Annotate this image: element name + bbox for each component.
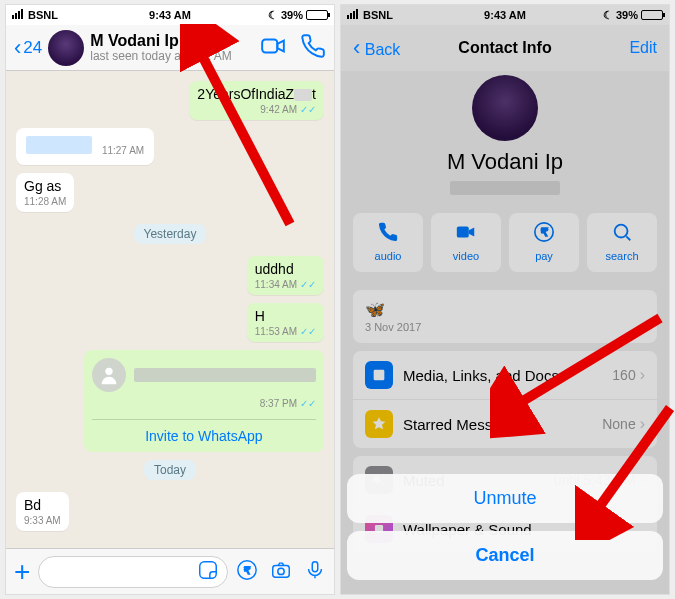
chevron-left-icon: ‹ xyxy=(353,35,360,60)
svg-rect-5 xyxy=(273,565,290,577)
annotation-arrow xyxy=(575,400,675,540)
svg-point-6 xyxy=(278,568,284,574)
read-ticks-icon: ✓✓ xyxy=(300,279,316,290)
svg-point-1 xyxy=(105,368,112,375)
message-in[interactable]: Bd 9:33 AM xyxy=(16,492,69,531)
payment-icon[interactable]: ₹ xyxy=(236,559,258,585)
back-button[interactable]: ‹ Back xyxy=(353,37,400,59)
attach-button[interactable]: + xyxy=(14,556,30,588)
message-input[interactable] xyxy=(38,556,228,588)
battery-icon xyxy=(306,10,328,20)
shared-contact-avatar xyxy=(92,358,126,392)
clock: 9:43 AM xyxy=(6,9,334,21)
date-separator: Today xyxy=(144,460,196,480)
camera-icon[interactable] xyxy=(270,559,292,585)
redacted xyxy=(134,368,316,382)
message-in[interactable]: 11:27 AM xyxy=(16,128,154,165)
annotation-arrow xyxy=(180,24,310,244)
message-out[interactable]: H 11:53 AM✓✓ xyxy=(247,303,324,342)
contact-avatar[interactable] xyxy=(48,30,84,66)
contact-share-card[interactable]: 8:37 PM✓✓ Invite to WhatsApp xyxy=(84,350,324,452)
back-button[interactable]: ‹ 24 xyxy=(14,37,42,59)
message-out[interactable]: uddhd 11:34 AM✓✓ xyxy=(247,256,324,295)
svg-rect-2 xyxy=(200,561,217,578)
read-ticks-icon: ✓✓ xyxy=(300,326,316,337)
back-count: 24 xyxy=(23,38,42,58)
mic-icon[interactable] xyxy=(304,559,326,585)
read-ticks-icon: ✓✓ xyxy=(300,398,316,409)
sticker-icon[interactable] xyxy=(197,559,219,585)
message-in[interactable]: Gg as 11:28 AM xyxy=(16,173,74,212)
svg-rect-7 xyxy=(312,561,318,571)
invite-to-whatsapp-button[interactable]: Invite to WhatsApp xyxy=(92,419,316,444)
edit-button[interactable]: Edit xyxy=(629,39,657,57)
message-composer: + ₹ xyxy=(6,548,334,594)
svg-text:₹: ₹ xyxy=(244,564,250,575)
redacted xyxy=(26,136,92,154)
status-bar: BSNL 9:43 AM ☾ 39% xyxy=(6,5,334,25)
chevron-left-icon: ‹ xyxy=(14,37,21,59)
